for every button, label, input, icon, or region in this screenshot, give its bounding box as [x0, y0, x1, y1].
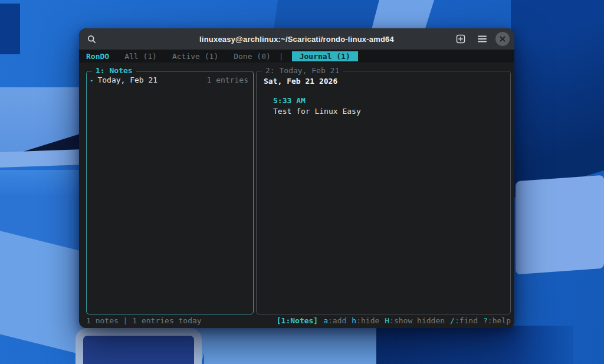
tab-all[interactable]: All (1) [124, 52, 157, 61]
close-icon [500, 36, 505, 42]
close-button[interactable] [495, 32, 510, 46]
keybind-hint-find: /:find [450, 316, 478, 325]
note-label: Today, Feb 21 [97, 76, 157, 84]
keybind-hint-hide: h:hide [352, 316, 379, 325]
notes-panel-title: 1: Notes [92, 66, 136, 75]
new-tab-button[interactable] [453, 31, 468, 47]
wallpaper-shape [376, 326, 573, 364]
terminal-window: linuxeasy@archlinux:~/Scaricati/rondo-li… [79, 28, 514, 328]
search-icon [87, 35, 96, 44]
window-title: linuxeasy@archlinux:~/Scaricati/rondo-li… [79, 35, 514, 44]
wallpaper-shape [76, 328, 202, 364]
journal-content: Sat, Feb 21 2026 5:33 AM Test for Linux … [257, 71, 510, 122]
status-mode: [1:Notes] [277, 316, 318, 325]
status-keybinds: [1:Notes] a:add h:hide H:show hidden /:f… [277, 316, 511, 325]
note-list-item[interactable]: ▸ Today, Feb 21 1 entries [90, 76, 248, 84]
keybind-hint-add: a:add [323, 316, 346, 325]
menu-icon [478, 35, 487, 42]
journal-entry-time: 5:33 AM [273, 96, 503, 106]
tab-journal[interactable]: Journal (1) [292, 51, 358, 61]
status-summary: 1 notes | 1 entries today [86, 316, 202, 325]
journal-entry-text: Test for Linux Easy [273, 107, 503, 116]
journal-panel[interactable]: 2: Today, Feb 21 Sat, Feb 21 2026 5:33 A… [256, 71, 511, 314]
titlebar[interactable]: linuxeasy@archlinux:~/Scaricati/rondo-li… [79, 28, 514, 50]
main-area: 1: Notes ▸ Today, Feb 21 1 entries 2: To… [79, 63, 514, 316]
wallpaper-shape [0, 4, 20, 54]
wallpaper-shape [204, 326, 376, 364]
keybind-hint-help: ?:help [483, 316, 511, 325]
journal-date-heading: Sat, Feb 21 2026 [264, 77, 503, 86]
filter-tab-bar: RonDO All (1) Active (1) Done (0) | Jour… [79, 50, 514, 63]
tab-active[interactable]: Active (1) [172, 52, 218, 61]
wallpaper-shape [516, 175, 604, 274]
keybind-hint-show-hidden: H:show hidden [385, 316, 445, 325]
tab-separator: | [279, 52, 284, 61]
journal-panel-title: 2: Today, Feb 21 [262, 66, 343, 75]
note-entry-count: 1 entries [207, 76, 248, 84]
wallpaper-shape [511, 0, 604, 198]
status-bar: 1 notes | 1 entries today [1:Notes] a:ad… [86, 316, 511, 325]
search-button[interactable] [84, 31, 99, 47]
triangle-marker-icon: ▸ [90, 77, 93, 83]
tab-done[interactable]: Done (0) [234, 52, 271, 61]
notes-panel[interactable]: 1: Notes ▸ Today, Feb 21 1 entries [86, 71, 254, 314]
new-tab-icon [456, 34, 465, 44]
journal-entry[interactable]: 5:33 AM Test for Linux Easy [273, 96, 503, 117]
menu-button[interactable] [474, 31, 490, 47]
app-name: RonDO [86, 52, 109, 61]
